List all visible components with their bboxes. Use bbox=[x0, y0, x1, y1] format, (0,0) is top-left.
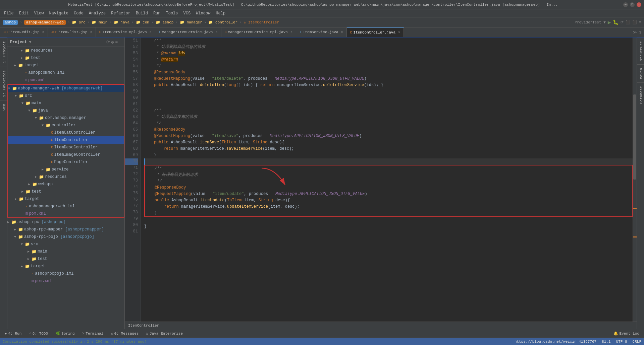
tab-close6[interactable]: × bbox=[341, 30, 343, 34]
menu-file[interactable]: File bbox=[1, 10, 16, 16]
minimize-button[interactable]: — bbox=[623, 2, 628, 7]
sidebar-item-favorites[interactable]: 2: Favorites bbox=[0, 67, 7, 100]
sidebar-item-database[interactable]: Database bbox=[637, 82, 644, 107]
tab-itemservice[interactable]: I ItemService.java × bbox=[296, 27, 347, 37]
bottom-tab-messages[interactable]: ✉ 0: Messages bbox=[107, 330, 142, 337]
tree-arrow: ▼ bbox=[15, 94, 19, 98]
menu-refactor[interactable]: Refactor bbox=[108, 10, 133, 16]
tree-item-itemcatcontroller[interactable]: C ItemCatController bbox=[8, 129, 124, 136]
filter-icon[interactable]: ≡ bbox=[115, 40, 118, 45]
tree-item-itemimagecontroller[interactable]: C ItemImageController bbox=[8, 151, 124, 158]
tree-item-main2[interactable]: ▶ 📁 main bbox=[7, 248, 124, 255]
tree-arrow: ▼ bbox=[28, 109, 32, 113]
sidebar-item-structure[interactable]: Structure bbox=[637, 38, 644, 64]
menu-code[interactable]: Code bbox=[71, 10, 86, 16]
tree-item-pom2[interactable]: m pom.xml bbox=[8, 210, 124, 217]
menu-analyze[interactable]: Analyze bbox=[86, 10, 108, 16]
menu-view[interactable]: View bbox=[32, 10, 47, 16]
menu-vcs[interactable]: VCS bbox=[181, 10, 194, 16]
tree-item-src2[interactable]: ▼ 📁 src bbox=[7, 240, 124, 248]
run-button[interactable]: ▶ bbox=[608, 19, 611, 26]
menu-build[interactable]: Build bbox=[133, 10, 151, 16]
tree-item-java[interactable]: ▼ 📁 java bbox=[8, 107, 124, 114]
menu-edit[interactable]: Edit bbox=[16, 10, 32, 16]
menu-window[interactable]: Window bbox=[193, 10, 213, 16]
debug-button[interactable]: 🐛 bbox=[613, 19, 619, 25]
tab-manageritemservice[interactable]: I ManagerItemService.java × bbox=[155, 27, 221, 37]
gear-icon[interactable]: ⚙ bbox=[111, 40, 114, 45]
tab-close4[interactable]: × bbox=[216, 30, 218, 34]
toolbar-btn2[interactable]: ⬛ bbox=[626, 20, 630, 24]
code-line-80: } bbox=[144, 223, 633, 230]
tree-item-ashoprpcpojo-iml[interactable]: ▫ ashoprpcpojo.iml bbox=[7, 270, 124, 277]
tree-item-test3[interactable]: ▶ 📁 test bbox=[7, 255, 124, 263]
tab-close7[interactable]: × bbox=[398, 31, 400, 34]
tree-item-target2[interactable]: ▶ 📁 target bbox=[8, 195, 124, 203]
tab-icon-jsp: JSP bbox=[3, 30, 9, 34]
sidebar-item-maven[interactable]: Maven bbox=[637, 64, 644, 82]
sidebar-item-project[interactable]: 1: Project bbox=[0, 38, 7, 67]
tree-item-resources2[interactable]: ▶ 📁 resources bbox=[8, 173, 124, 181]
tab-itemcontroller[interactable]: C ItemController.java × bbox=[347, 27, 404, 37]
expand-icon[interactable]: — bbox=[119, 40, 122, 45]
toolbar-btn4[interactable]: ≡ bbox=[639, 20, 641, 24]
bottom-tab-bar: ▶ 4: Run ✓ 6: TODO 🌿 Spring > Terminal ✉… bbox=[0, 329, 644, 338]
line-numbers: 51 52 53 54 55 56 57 58 59 60 61 62 63 6… bbox=[125, 38, 141, 322]
tree-item-main[interactable]: ▼ 📁 main bbox=[8, 99, 124, 107]
scrollbar-thumb[interactable] bbox=[633, 94, 636, 180]
tree-item-ashop-manager-web[interactable]: ▼ 📁 ashop-manager-web [ashopmanagerweb] bbox=[8, 85, 124, 92]
bottom-tab-terminal[interactable]: > Terminal bbox=[79, 331, 107, 337]
bottom-tab-spring[interactable]: 🌿 Spring bbox=[52, 330, 78, 337]
toolbar-btn1[interactable]: ⟳ bbox=[621, 20, 624, 24]
code-content[interactable]: /** * 处理删除商品信息的请求 * @param ids * @return bbox=[141, 38, 633, 322]
toolbar-btn3[interactable]: ⬛ bbox=[632, 20, 637, 24]
maximize-button[interactable]: □ bbox=[630, 2, 635, 7]
tree-item-webapp[interactable]: ▶ 📁 webapp bbox=[8, 181, 124, 188]
menu-help[interactable]: Help bbox=[213, 10, 228, 16]
tab-close[interactable]: × bbox=[42, 30, 44, 34]
folder-icon: 📁 bbox=[25, 242, 30, 247]
run-config[interactable]: ProviderTest ▼ bbox=[575, 20, 605, 24]
tree-item-service[interactable]: ▶ 📁 service bbox=[8, 166, 124, 173]
tree-item-pagecontroller[interactable]: C PageController bbox=[8, 158, 124, 166]
tree-item-ashop-rpc-pojo[interactable]: ▼ 📁 ashop-rpc-pojo [ashoprpcpojo] bbox=[7, 233, 124, 240]
menu-run[interactable]: Run bbox=[151, 10, 163, 16]
tree-item-itemdesccontroller[interactable]: C ItemDescController bbox=[8, 144, 124, 151]
close-button[interactable]: ✕ bbox=[637, 2, 641, 7]
tree-item-controller[interactable]: ▼ 📁 controller bbox=[8, 122, 124, 129]
sidebar-item-web[interactable]: Web bbox=[0, 100, 7, 114]
tree-item-ashopmanagerweb-iml[interactable]: ▫ ashopmanagerweb.iml bbox=[8, 203, 124, 210]
project-dropdown[interactable]: ▼ bbox=[29, 40, 31, 45]
tree-item-pom3[interactable]: m pom.xml bbox=[7, 277, 124, 285]
scrollbar-right[interactable] bbox=[633, 38, 637, 322]
tab-close2[interactable]: × bbox=[90, 30, 92, 34]
sync-icon[interactable]: ⟳ bbox=[106, 40, 110, 45]
tree-item-ashop-rpc[interactable]: ▶ 📁 ashop-rpc [ashoprpc] bbox=[7, 218, 124, 226]
tree-item-test2[interactable]: ▶ 📁 test bbox=[8, 188, 124, 195]
tab-close3[interactable]: × bbox=[150, 30, 152, 34]
tree-item-pom1[interactable]: m pom.xml bbox=[7, 76, 124, 84]
bottom-tab-todo[interactable]: ✓ 6: TODO bbox=[25, 330, 51, 337]
tab-close5[interactable]: × bbox=[290, 30, 292, 34]
tree-item-target1[interactable]: ▶ 📁 target bbox=[7, 62, 124, 69]
event-log-button[interactable]: 🔔 Event Log bbox=[610, 330, 643, 337]
terminal-icon: > bbox=[82, 332, 85, 336]
tree-item-src[interactable]: ▼ 📁 src bbox=[8, 92, 124, 99]
bottom-tab-run[interactable]: ▶ 4: Run bbox=[1, 330, 25, 337]
tree-item-ashop-rpc-mapper[interactable]: ▶ 📁 ashop-rpc-mapper [ashoprpcmapper] bbox=[7, 226, 124, 233]
menu-tools[interactable]: Tools bbox=[163, 10, 181, 16]
tab-itemserviceimpl[interactable]: C ItemServiceImpl.java × bbox=[96, 27, 155, 37]
tree-item-target3[interactable]: ▶ 📁 target bbox=[7, 263, 124, 270]
tree-item-resources1[interactable]: ▶ 📁 resources bbox=[7, 47, 124, 54]
menu-navigate[interactable]: Navigate bbox=[46, 10, 71, 16]
tab-manageritemserviceimpl[interactable]: C ManagerItemServiceImpl.java × bbox=[221, 27, 296, 37]
tree-item-test1[interactable]: ▶ 📁 test bbox=[7, 54, 124, 62]
bottom-tab-javaee[interactable]: ☕ Java Enterprise bbox=[143, 330, 186, 337]
tab-item-list-jsp[interactable]: JSP item-list.jsp × bbox=[48, 27, 96, 37]
tab-item-edit-jsp[interactable]: JSP item-edit.jsp × bbox=[0, 27, 48, 37]
code-area: 51 52 53 54 55 56 57 58 59 60 61 62 63 6… bbox=[125, 38, 637, 322]
tree-item-com-ashop[interactable]: ▼ 📁 com.ashop.manager bbox=[8, 114, 124, 122]
xml-icon: m bbox=[25, 78, 27, 82]
tree-item-ashopcommon-iml[interactable]: ▫ ashopcommon.iml bbox=[7, 69, 124, 76]
tree-item-itemcontroller[interactable]: C ItemController bbox=[8, 136, 124, 144]
